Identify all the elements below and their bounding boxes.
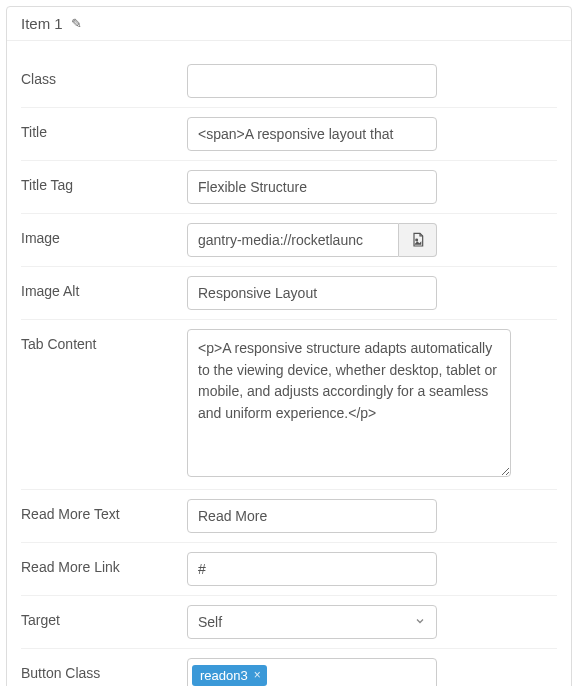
field-row-read-more-text: Read More Text <box>21 490 557 543</box>
edit-icon[interactable]: ✎ <box>71 16 82 31</box>
read-more-link-input[interactable] <box>187 552 437 586</box>
target-select[interactable]: Self <box>187 605 437 639</box>
image-alt-input[interactable] <box>187 276 437 310</box>
field-row-button-class: Button Class readon3 × <box>21 649 557 686</box>
title-input[interactable] <box>187 117 437 151</box>
label-read-more-text: Read More Text <box>21 499 171 522</box>
field-row-image: Image <box>21 214 557 267</box>
tab-content-textarea[interactable] <box>187 329 511 477</box>
item-panel: Item 1 ✎ Class Title Title Tag Image <box>6 6 572 686</box>
image-input[interactable] <box>187 223 399 257</box>
field-row-tab-content: Tab Content <box>21 320 557 490</box>
read-more-text-input[interactable] <box>187 499 437 533</box>
field-row-title-tag: Title Tag <box>21 161 557 214</box>
label-image-alt: Image Alt <box>21 276 171 299</box>
chevron-down-icon <box>414 614 426 630</box>
label-image: Image <box>21 223 171 246</box>
image-picker-button[interactable] <box>399 223 437 257</box>
file-image-icon <box>410 232 426 248</box>
button-class-tags[interactable]: readon3 × <box>187 658 437 686</box>
label-read-more-link: Read More Link <box>21 552 171 575</box>
svg-point-0 <box>415 239 417 241</box>
label-class: Class <box>21 64 171 87</box>
image-input-group <box>187 223 437 257</box>
target-select-value: Self <box>198 614 222 630</box>
panel-header: Item 1 ✎ <box>7 7 571 41</box>
tag-label: readon3 <box>200 668 248 683</box>
field-row-image-alt: Image Alt <box>21 267 557 320</box>
field-row-title: Title <box>21 108 557 161</box>
field-row-class: Class <box>21 55 557 108</box>
label-title: Title <box>21 117 171 140</box>
panel-title: Item 1 <box>21 15 63 32</box>
class-input[interactable] <box>187 64 437 98</box>
tag-item: readon3 × <box>192 665 267 686</box>
label-target: Target <box>21 605 171 628</box>
label-title-tag: Title Tag <box>21 170 171 193</box>
label-tab-content: Tab Content <box>21 329 171 352</box>
label-button-class: Button Class <box>21 658 171 681</box>
panel-body: Class Title Title Tag Image <box>7 41 571 686</box>
title-tag-input[interactable] <box>187 170 437 204</box>
field-row-read-more-link: Read More Link <box>21 543 557 596</box>
tag-remove-icon[interactable]: × <box>254 668 261 682</box>
field-row-target: Target Self <box>21 596 557 649</box>
